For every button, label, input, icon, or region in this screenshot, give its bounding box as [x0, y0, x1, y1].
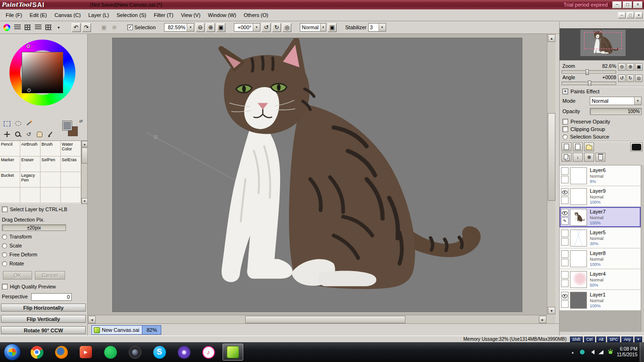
nav-zoom-in-button[interactable]: ⊕ — [627, 63, 634, 71]
chevron-down-icon[interactable]: ▼ — [187, 24, 194, 31]
high-quality-option[interactable]: High Quality Preview — [2, 284, 56, 289]
layer-row-layer5[interactable]: Layer5 Normal 30% — [560, 228, 641, 248]
chevron-down-icon[interactable]: ▼ — [634, 97, 641, 105]
tool-legacy-pen[interactable]: Legacy Pen — [20, 172, 41, 188]
taskbar-media-app[interactable]: ► — [75, 344, 96, 361]
paw-app-icon[interactable] — [607, 349, 613, 355]
lasso-tool[interactable] — [13, 119, 23, 128]
scroll-thumb[interactable] — [82, 148, 88, 164]
menu-file[interactable]: File (F) — [2, 10, 26, 20]
layer-visibility-toggle[interactable] — [561, 250, 569, 258]
layer-visibility-toggle[interactable] — [561, 271, 569, 279]
panel-layout-button-4[interactable] — [44, 23, 53, 32]
tool-slot-empty[interactable] — [41, 188, 61, 203]
close-button[interactable]: × — [633, 1, 643, 8]
selection-source-option[interactable]: Selection Source — [562, 134, 609, 140]
transform-option[interactable]: Transform — [2, 234, 32, 239]
drawing-canvas[interactable] — [112, 38, 522, 312]
taskbar-chrome[interactable] — [26, 344, 47, 361]
tool-eraser[interactable]: Eraser — [20, 156, 41, 172]
layer-thumbnail[interactable] — [570, 271, 587, 288]
zoom-out-button[interactable]: ⊖ — [196, 23, 205, 32]
layer-thumbnail[interactable] — [570, 167, 587, 184]
taskbar-clock[interactable]: 6:08 PM 11/5/2015 — [617, 346, 637, 358]
scroll-down-icon[interactable]: ▼ — [82, 198, 88, 204]
horizontal-scroll-thumb[interactable] — [245, 316, 405, 323]
scale-option[interactable]: Scale — [2, 243, 22, 248]
layer-visibility-toggle[interactable] — [561, 292, 569, 299]
color-wheel-toggle-button[interactable] — [2, 23, 11, 32]
menu-layer[interactable]: Layer (L) — [84, 10, 113, 20]
scroll-right-icon[interactable]: ► — [539, 316, 546, 323]
panel-layout-button-1[interactable] — [13, 23, 22, 32]
zoom-in-button[interactable]: ⊕ — [206, 23, 215, 32]
flip-vertically-button[interactable]: Flip Vertically — [1, 315, 86, 323]
maximize-button[interactable]: □ — [623, 1, 632, 8]
rotate-option[interactable]: Rotate — [2, 261, 24, 266]
hue-marker[interactable] — [26, 44, 30, 48]
tool-slot-empty[interactable] — [0, 188, 20, 203]
layer-row-layer7-selected[interactable]: ✎ Layer7 Normal 100% — [560, 207, 641, 228]
modifier-key-alt[interactable]: Alt — [596, 337, 606, 342]
layer-edit-target-box[interactable] — [561, 238, 569, 246]
rotate-cw-button[interactable]: ↻ — [272, 23, 281, 32]
menu-canvas[interactable]: Canvas (C) — [51, 10, 85, 20]
expand-icon[interactable]: + — [562, 89, 568, 94]
menu-edit[interactable]: Edit (E) — [26, 10, 51, 20]
selection-source-radio[interactable] — [562, 134, 568, 140]
rect-select-tool[interactable] — [2, 119, 12, 128]
volume-icon[interactable] — [588, 349, 594, 355]
modifier-key-spc[interactable]: SPC — [607, 337, 620, 342]
rotate-radio[interactable] — [2, 261, 7, 266]
select-layer-checkbox[interactable] — [2, 206, 8, 212]
chevron-down-icon[interactable]: ▼ — [253, 24, 260, 31]
saturation-value-square[interactable] — [22, 52, 63, 93]
nav-zoom-out-button[interactable]: ⊖ — [618, 63, 626, 71]
stabilizer-combo[interactable]: 3 ▼ — [368, 23, 386, 32]
rotate-ccw-button[interactable]: ↺ — [262, 23, 271, 32]
taskbar-spotify[interactable] — [100, 344, 121, 361]
tool-airbrush[interactable]: AirBrush — [20, 141, 41, 156]
layer-mask-button[interactable] — [630, 142, 643, 151]
scroll-left-icon[interactable]: ◄ — [88, 316, 96, 323]
clipping-group-checkbox[interactable] — [562, 126, 568, 132]
clear-layer-button[interactable]: ⊗ — [584, 153, 594, 162]
tool-slot-empty[interactable] — [61, 172, 81, 188]
select-layer-option[interactable]: Select Layer by CTRL+LB — [2, 206, 67, 212]
scale-radio[interactable] — [2, 243, 7, 248]
horizontal-scrollbar[interactable]: ◄ ► — [88, 315, 547, 323]
layer-thumbnail[interactable] — [570, 292, 587, 309]
menu-others[interactable]: Others (O) — [240, 10, 272, 20]
tool-slot-empty[interactable] — [61, 188, 81, 203]
doc-minimize-button[interactable]: − — [618, 12, 626, 18]
layer-visibility-toggle[interactable] — [561, 188, 569, 196]
navigator[interactable] — [560, 28, 644, 60]
layer-list-scrollbar[interactable] — [641, 165, 644, 332]
layer-mode-combo[interactable]: Normal ▼ — [590, 97, 642, 105]
layer-edit-target-box[interactable] — [561, 300, 569, 308]
tool-marker[interactable]: Marker — [0, 156, 20, 172]
magic-wand-tool[interactable] — [24, 119, 33, 128]
undo-button[interactable]: ↶ — [72, 23, 81, 32]
perspective-input[interactable]: 0 — [31, 293, 72, 301]
canvas-tab[interactable]: New Canvas.sai 82% — [91, 325, 161, 335]
panel-layout-button-3[interactable] — [33, 23, 42, 32]
view-mode-combo[interactable]: Normal ▼ — [300, 23, 326, 32]
layer-thumbnail[interactable] — [570, 188, 587, 205]
clipping-group-option[interactable]: Clipping Group — [562, 126, 605, 132]
redo-button[interactable]: ↷ — [82, 23, 91, 32]
panel-layout-dropdown[interactable]: ▼ — [54, 23, 63, 32]
layer-visibility-toggle[interactable] — [561, 230, 569, 237]
tool-slot-empty[interactable] — [20, 188, 41, 203]
free-deform-radio[interactable] — [2, 252, 7, 257]
modifier-dropdown[interactable]: ▼ — [635, 337, 642, 342]
menu-window[interactable]: Window (W) — [204, 10, 240, 20]
copy-layer-button[interactable] — [561, 153, 571, 162]
layer-edit-target-box[interactable] — [561, 259, 569, 266]
rotate-canvas-tool[interactable]: ↺ — [24, 130, 33, 139]
layer-edit-target-box[interactable] — [561, 280, 569, 287]
angle-combo[interactable]: +000° ▼ — [234, 23, 260, 32]
minimize-button[interactable]: − — [612, 1, 622, 8]
move-tool[interactable] — [2, 130, 12, 139]
tool-seleras[interactable]: SelEras — [61, 156, 81, 172]
